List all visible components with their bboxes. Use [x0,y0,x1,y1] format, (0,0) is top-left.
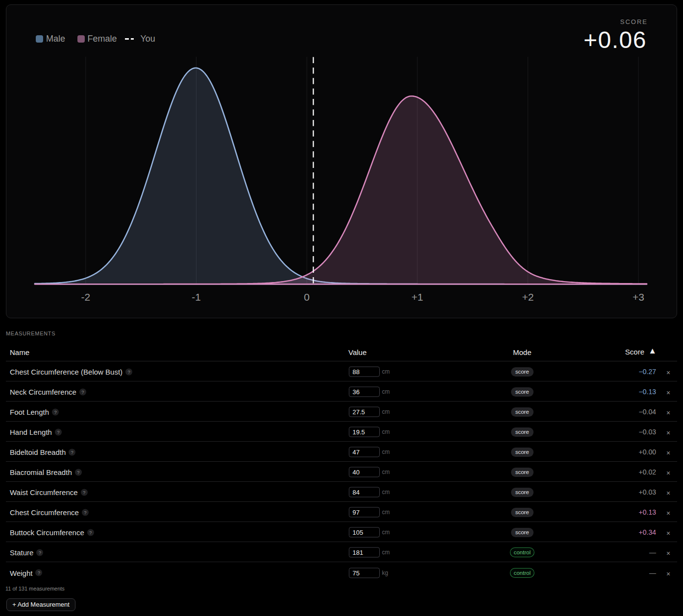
svg-text:-2: -2 [81,291,91,303]
svg-text:+3: +3 [633,291,644,303]
svg-text:+1: +1 [412,291,423,303]
svg-text:-1: -1 [192,291,201,303]
svg-text:0: 0 [304,291,310,303]
svg-text:+2: +2 [522,291,534,303]
